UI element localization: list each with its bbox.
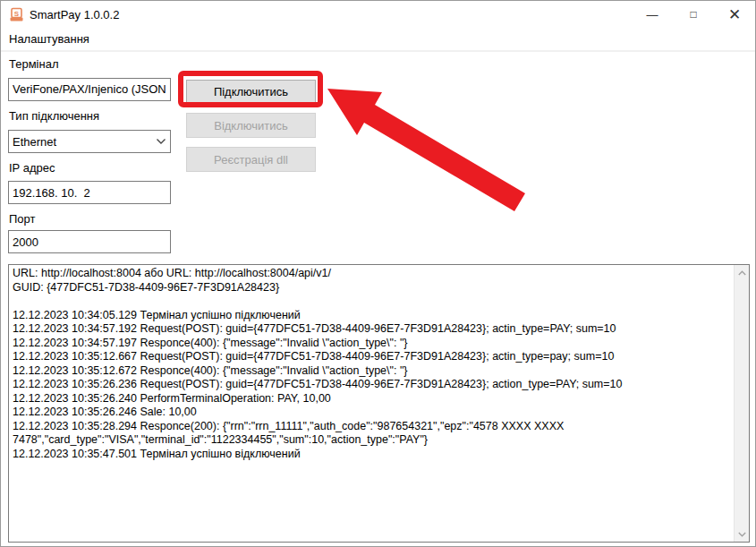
minimize-icon[interactable]: — [632, 1, 673, 28]
ip-field[interactable] [8, 181, 171, 204]
svg-text:S: S [14, 9, 20, 17]
log-text: URL: http://localhost:8004 або URL: http… [9, 265, 734, 542]
log-textarea[interactable]: URL: http://localhost:8004 або URL: http… [8, 264, 750, 543]
terminal-select[interactable]: VeriFone/PAX/Injenico (JSON- [8, 78, 171, 101]
app-window: S SmartPay 1.0.0.2 — □ ✕ Налаштування Те… [0, 0, 756, 547]
app-icon: S [9, 7, 24, 22]
connect-button[interactable]: Підключитись [186, 80, 316, 103]
connection-type-label: Тип підключення [9, 109, 99, 123]
log-scrollbar[interactable] [734, 265, 749, 542]
port-field[interactable] [8, 230, 171, 253]
scroll-up-icon[interactable] [735, 265, 750, 280]
chevron-down-icon [156, 138, 166, 145]
close-icon[interactable]: ✕ [714, 1, 755, 28]
maximize-icon[interactable]: □ [673, 1, 714, 28]
register-dll-button[interactable]: Реєстрація dll [186, 147, 316, 172]
connection-type-value: Ethernet [13, 135, 154, 149]
menu-item-settings[interactable]: Налаштування [1, 28, 95, 50]
port-label: Порт [9, 212, 35, 226]
scroll-down-icon[interactable] [735, 526, 750, 542]
disconnect-button[interactable]: Відключитись [186, 113, 316, 138]
title-bar: S SmartPay 1.0.0.2 — □ ✕ [1, 1, 755, 28]
connection-type-select[interactable]: Ethernet [8, 130, 171, 153]
terminal-select-value: VeriFone/PAX/Injenico (JSON- [13, 79, 166, 100]
window-title: SmartPay 1.0.0.2 [30, 8, 119, 21]
menu-bar: Налаштування [1, 28, 755, 52]
ip-label: IP адрес [9, 161, 55, 175]
annotation-arrow [327, 89, 525, 211]
terminal-label: Термінал [9, 57, 59, 71]
